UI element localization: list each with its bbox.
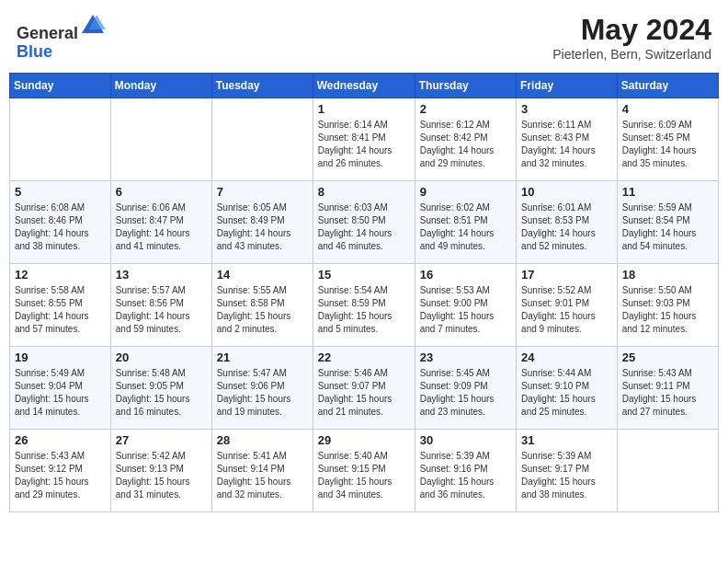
day-info: Sunrise: 5:57 AMSunset: 8:56 PMDaylight:… <box>116 284 207 336</box>
day-number: 29 <box>318 433 410 447</box>
day-number: 5 <box>15 185 106 199</box>
day-number: 19 <box>15 350 106 364</box>
day-cell-24: 24Sunrise: 5:44 AMSunset: 9:10 PMDayligh… <box>517 347 618 430</box>
day-cell-5: 5Sunrise: 6:08 AMSunset: 8:46 PMDaylight… <box>10 181 111 264</box>
day-number: 14 <box>217 268 308 282</box>
day-info: Sunrise: 5:39 AMSunset: 9:16 PMDaylight:… <box>420 450 511 501</box>
day-cell-19: 19Sunrise: 5:49 AMSunset: 9:04 PMDayligh… <box>10 347 111 430</box>
day-cell-31: 31Sunrise: 5:39 AMSunset: 9:17 PMDayligh… <box>517 430 618 512</box>
day-cell-16: 16Sunrise: 5:53 AMSunset: 9:00 PMDayligh… <box>415 264 516 347</box>
day-info: Sunrise: 5:41 AMSunset: 9:14 PMDaylight:… <box>217 450 308 501</box>
day-number: 12 <box>15 268 106 282</box>
day-number: 8 <box>318 185 410 199</box>
empty-cell <box>110 98 211 181</box>
day-cell-2: 2Sunrise: 6:12 AMSunset: 8:42 PMDaylight… <box>415 98 516 181</box>
week-row-1: 1Sunrise: 6:14 AMSunset: 8:41 PMDaylight… <box>10 98 719 181</box>
day-number: 16 <box>420 268 511 282</box>
day-cell-13: 13Sunrise: 5:57 AMSunset: 8:56 PMDayligh… <box>110 264 211 347</box>
day-cell-22: 22Sunrise: 5:46 AMSunset: 9:07 PMDayligh… <box>313 347 415 430</box>
week-row-2: 5Sunrise: 6:08 AMSunset: 8:46 PMDaylight… <box>10 181 719 264</box>
weekday-header-sunday: Sunday <box>10 74 111 98</box>
location: Pieterlen, Bern, Switzerland <box>552 47 711 62</box>
weekday-header-friday: Friday <box>517 74 618 98</box>
day-cell-20: 20Sunrise: 5:48 AMSunset: 9:05 PMDayligh… <box>110 347 211 430</box>
day-cell-11: 11Sunrise: 5:59 AMSunset: 8:54 PMDayligh… <box>617 181 718 264</box>
day-cell-10: 10Sunrise: 6:01 AMSunset: 8:53 PMDayligh… <box>517 181 618 264</box>
day-cell-23: 23Sunrise: 5:45 AMSunset: 9:09 PMDayligh… <box>415 347 516 430</box>
day-info: Sunrise: 6:06 AMSunset: 8:47 PMDaylight:… <box>116 201 207 253</box>
day-number: 24 <box>521 350 612 364</box>
day-number: 13 <box>116 268 207 282</box>
day-number: 25 <box>622 350 713 364</box>
weekday-header-thursday: Thursday <box>415 74 516 98</box>
logo-general: General <box>17 24 78 42</box>
day-info: Sunrise: 5:55 AMSunset: 8:58 PMDaylight:… <box>217 284 308 336</box>
day-info: Sunrise: 5:47 AMSunset: 9:06 PMDaylight:… <box>217 367 308 419</box>
day-cell-28: 28Sunrise: 5:41 AMSunset: 9:14 PMDayligh… <box>211 430 313 512</box>
day-cell-30: 30Sunrise: 5:39 AMSunset: 9:16 PMDayligh… <box>415 430 516 512</box>
day-info: Sunrise: 5:44 AMSunset: 9:10 PMDaylight:… <box>521 367 612 419</box>
day-info: Sunrise: 5:50 AMSunset: 9:03 PMDaylight:… <box>622 284 713 336</box>
weekday-header-saturday: Saturday <box>617 74 718 98</box>
day-cell-21: 21Sunrise: 5:47 AMSunset: 9:06 PMDayligh… <box>211 347 313 430</box>
day-number: 21 <box>217 350 308 364</box>
day-info: Sunrise: 5:58 AMSunset: 8:55 PMDaylight:… <box>15 284 106 336</box>
day-number: 11 <box>622 185 713 199</box>
day-number: 1 <box>318 102 410 116</box>
day-number: 17 <box>521 268 612 282</box>
day-info: Sunrise: 6:03 AMSunset: 8:50 PMDaylight:… <box>318 201 410 253</box>
day-info: Sunrise: 5:48 AMSunset: 9:05 PMDaylight:… <box>116 367 207 419</box>
day-cell-6: 6Sunrise: 6:06 AMSunset: 8:47 PMDaylight… <box>110 181 211 264</box>
day-number: 4 <box>622 102 713 116</box>
day-info: Sunrise: 6:12 AMSunset: 8:42 PMDaylight:… <box>420 119 511 170</box>
day-cell-4: 4Sunrise: 6:09 AMSunset: 8:45 PMDaylight… <box>617 98 718 181</box>
day-info: Sunrise: 6:09 AMSunset: 8:45 PMDaylight:… <box>622 119 713 170</box>
weekday-header-monday: Monday <box>110 74 211 98</box>
day-info: Sunrise: 5:54 AMSunset: 8:59 PMDaylight:… <box>318 284 410 336</box>
week-row-5: 26Sunrise: 5:43 AMSunset: 9:12 PMDayligh… <box>10 430 719 512</box>
day-info: Sunrise: 5:49 AMSunset: 9:04 PMDaylight:… <box>15 367 106 419</box>
title-block: May 2024 Pieterlen, Bern, Switzerland <box>552 13 711 62</box>
day-info: Sunrise: 6:01 AMSunset: 8:53 PMDaylight:… <box>521 201 612 253</box>
day-number: 26 <box>15 433 106 447</box>
weekday-header-wednesday: Wednesday <box>313 74 415 98</box>
day-number: 31 <box>521 433 612 447</box>
day-number: 23 <box>420 350 511 364</box>
day-number: 28 <box>217 433 308 447</box>
day-info: Sunrise: 5:53 AMSunset: 9:00 PMDaylight:… <box>420 284 511 336</box>
weekday-header-tuesday: Tuesday <box>211 74 313 98</box>
day-number: 27 <box>116 433 207 447</box>
day-info: Sunrise: 6:11 AMSunset: 8:43 PMDaylight:… <box>521 119 612 170</box>
week-row-3: 12Sunrise: 5:58 AMSunset: 8:55 PMDayligh… <box>10 264 719 347</box>
day-info: Sunrise: 5:42 AMSunset: 9:13 PMDaylight:… <box>116 450 207 501</box>
empty-cell <box>617 430 718 512</box>
day-number: 6 <box>116 185 207 199</box>
day-info: Sunrise: 5:59 AMSunset: 8:54 PMDaylight:… <box>622 201 713 253</box>
month-title: May 2024 <box>552 13 711 47</box>
day-info: Sunrise: 5:39 AMSunset: 9:17 PMDaylight:… <box>521 450 612 501</box>
day-number: 7 <box>217 185 308 199</box>
day-cell-7: 7Sunrise: 6:05 AMSunset: 8:49 PMDaylight… <box>211 181 313 264</box>
day-number: 3 <box>521 102 612 116</box>
day-cell-15: 15Sunrise: 5:54 AMSunset: 8:59 PMDayligh… <box>313 264 415 347</box>
day-cell-26: 26Sunrise: 5:43 AMSunset: 9:12 PMDayligh… <box>10 430 111 512</box>
day-number: 18 <box>622 268 713 282</box>
day-info: Sunrise: 6:08 AMSunset: 8:46 PMDaylight:… <box>15 201 106 253</box>
logo-blue: Blue <box>17 42 52 61</box>
week-row-4: 19Sunrise: 5:49 AMSunset: 9:04 PMDayligh… <box>10 347 719 430</box>
day-number: 22 <box>318 350 410 364</box>
day-info: Sunrise: 5:46 AMSunset: 9:07 PMDaylight:… <box>318 367 410 419</box>
day-cell-9: 9Sunrise: 6:02 AMSunset: 8:51 PMDaylight… <box>415 181 516 264</box>
empty-cell <box>211 98 313 181</box>
logo: General Blue <box>17 13 106 62</box>
calendar-table: SundayMondayTuesdayWednesdayThursdayFrid… <box>9 73 719 512</box>
day-cell-8: 8Sunrise: 6:03 AMSunset: 8:50 PMDaylight… <box>313 181 415 264</box>
day-info: Sunrise: 5:52 AMSunset: 9:01 PMDaylight:… <box>521 284 612 336</box>
day-number: 10 <box>521 185 612 199</box>
day-info: Sunrise: 5:43 AMSunset: 9:12 PMDaylight:… <box>15 450 106 501</box>
day-info: Sunrise: 5:43 AMSunset: 9:11 PMDaylight:… <box>622 367 713 419</box>
day-number: 15 <box>318 268 410 282</box>
logo-icon <box>80 13 106 39</box>
day-cell-25: 25Sunrise: 5:43 AMSunset: 9:11 PMDayligh… <box>617 347 718 430</box>
day-cell-1: 1Sunrise: 6:14 AMSunset: 8:41 PMDaylight… <box>313 98 415 181</box>
